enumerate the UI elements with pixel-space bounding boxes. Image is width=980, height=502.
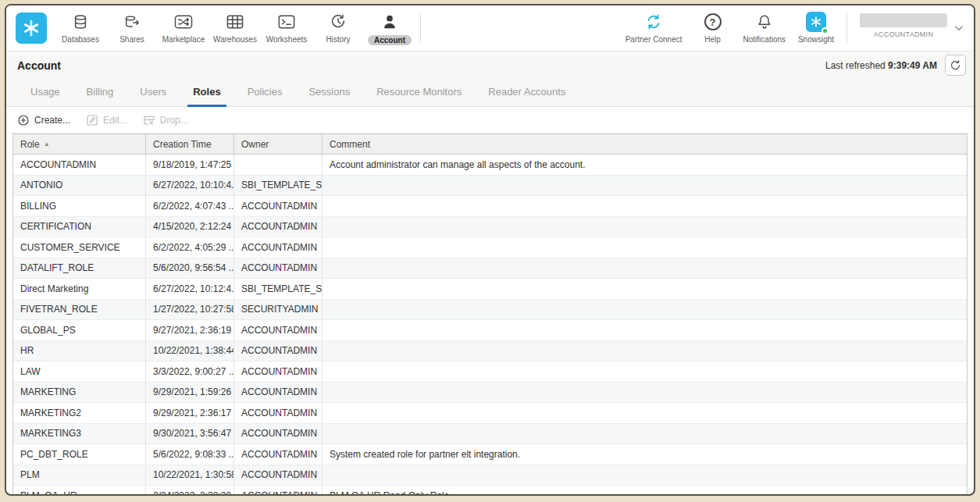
nav-item-databases[interactable]: Databases xyxy=(55,5,106,51)
nav-label: Partner Connect xyxy=(625,35,682,44)
tab-usage[interactable]: Usage xyxy=(17,86,73,106)
tab-resource-monitors[interactable]: Resource Monitors xyxy=(363,86,475,106)
nav-label: Help xyxy=(704,35,721,44)
table-row[interactable]: MARKETING2 9/29/2021, 2:36:17 ... ACCOUN… xyxy=(13,403,967,424)
nav-label: Warehouses xyxy=(213,35,257,44)
table-row[interactable]: FIVETRAN_ROLE 1/27/2022, 10:27:58... SEC… xyxy=(13,300,967,321)
cell-creation-time: 9/30/2021, 3:56:47 ... xyxy=(146,424,234,444)
nav-item-history[interactable]: History xyxy=(312,5,364,51)
cell-owner: ACCOUNTADMIN xyxy=(234,237,323,258)
column-header-comment[interactable]: Comment xyxy=(323,134,967,154)
tab-roles[interactable]: Roles xyxy=(180,86,233,106)
cell-role: PC_DBT_ROLE xyxy=(13,444,146,465)
last-refreshed-text: Last refreshed 9:39:49 AM xyxy=(825,60,937,71)
table-row[interactable]: ANTONIO 6/27/2022, 10:10:4... SBI_TEMPLA… xyxy=(13,176,967,197)
table-row[interactable]: GLOBAL_PS 9/27/2021, 2:36:19 ... ACCOUNT… xyxy=(13,320,967,341)
cell-role: ACCOUNTADMIN xyxy=(13,155,146,175)
table-row[interactable]: PLM_QA_HR 2/24/2022, 3:38:20... ACCOUNTA… xyxy=(13,486,967,494)
cell-comment xyxy=(323,279,967,299)
nav-item-worksheets[interactable]: Worksheets xyxy=(261,5,312,51)
column-label: Owner xyxy=(241,139,269,150)
table-row[interactable]: Direct Marketing 6/27/2022, 10:12:4... S… xyxy=(13,279,967,300)
cell-role: LAW xyxy=(13,361,146,382)
nav-item-notifications[interactable]: Notifications xyxy=(739,5,790,51)
refresh-area: Last refreshed 9:39:49 AM xyxy=(825,55,966,76)
nav-item-snowsight[interactable]: Snowsight xyxy=(790,5,842,51)
page-header: Account Last refreshed 9:39:49 AM xyxy=(6,51,974,79)
column-header-owner[interactable]: Owner xyxy=(234,134,323,154)
tab-policies[interactable]: Policies xyxy=(234,86,296,106)
cell-owner: ACCOUNTADMIN xyxy=(234,465,323,486)
cell-comment xyxy=(323,383,967,403)
table-row[interactable]: LAW 3/3/2022, 9:00:27 ... ACCOUNTADMIN xyxy=(13,361,967,383)
nav-item-shares[interactable]: Shares xyxy=(106,5,158,51)
tab-reader-accounts[interactable]: Reader Accounts xyxy=(475,86,579,106)
cell-comment xyxy=(323,300,967,320)
table-row[interactable]: BILLING 6/2/2022, 4:07:43 ... ACCOUNTADM… xyxy=(13,196,967,217)
tab-billing[interactable]: Billing xyxy=(73,86,127,106)
cell-owner: SBI_TEMPLATE_SN... xyxy=(234,176,323,196)
table-row[interactable]: PC_DBT_ROLE 5/6/2022, 9:08:33 ... ACCOUN… xyxy=(13,444,967,465)
cell-creation-time: 9/29/2021, 1:59:26 ... xyxy=(146,383,234,403)
cell-owner: ACCOUNTADMIN xyxy=(234,486,323,494)
nav-item-help[interactable]: ? Help xyxy=(687,5,739,51)
column-label: Role xyxy=(20,139,40,150)
cell-owner: ACCOUNTADMIN xyxy=(234,341,323,361)
create-button[interactable]: Create... xyxy=(17,114,70,126)
cell-owner xyxy=(234,155,323,175)
cell-comment xyxy=(323,320,967,340)
column-label: Comment xyxy=(330,139,370,150)
column-header-role[interactable]: Role ▲ xyxy=(13,134,146,154)
history-clock-icon xyxy=(330,12,347,32)
refresh-icon xyxy=(950,59,961,71)
nav-label: Account xyxy=(368,35,412,45)
cell-creation-time: 10/22/2021, 1:30:58... xyxy=(146,465,234,486)
roles-table: Role ▲ Creation Time Owner Comment ACCOU… xyxy=(12,134,968,494)
screenshot-frame: Databases Shares xyxy=(0,0,980,502)
cell-role: CERTIFICATION xyxy=(13,217,146,237)
table-row[interactable]: HR 10/22/2021, 1:38:44... ACCOUNTADMIN xyxy=(13,341,967,362)
cell-owner: ACCOUNTADMIN xyxy=(234,403,323,423)
pencil-icon xyxy=(86,114,98,126)
nav-item-account[interactable]: Account xyxy=(364,5,415,51)
cell-owner: SBI_TEMPLATE_SN... xyxy=(234,279,323,299)
roles-table-wrapper: Role ▲ Creation Time Owner Comment ACCOU… xyxy=(6,134,974,494)
tab-users[interactable]: Users xyxy=(127,86,180,106)
cell-creation-time: 9/27/2021, 2:36:19 ... xyxy=(146,320,234,340)
sort-ascending-icon: ▲ xyxy=(44,141,50,148)
drop-button[interactable]: Drop... xyxy=(143,114,188,126)
user-menu-toggle[interactable] xyxy=(950,5,974,51)
app-window: Databases Shares xyxy=(5,4,975,496)
cell-comment xyxy=(323,361,967,382)
table-row[interactable]: CUSTOMER_SERVICE 6/2/2022, 4:05:29 ... A… xyxy=(13,237,967,258)
edit-button[interactable]: Edit... xyxy=(86,114,127,126)
cell-role: DATALIFT_ROLE xyxy=(13,258,146,279)
cell-comment xyxy=(323,403,967,423)
nav-item-marketplace[interactable]: Marketplace xyxy=(158,5,209,51)
snowflake-icon xyxy=(22,19,41,37)
table-row[interactable]: ACCOUNTADMIN 9/18/2019, 1:47:25 ... Acco… xyxy=(13,155,967,176)
table-row[interactable]: MARKETING3 9/30/2021, 3:56:47 ... ACCOUN… xyxy=(13,424,967,445)
table-row[interactable]: DATALIFT_ROLE 5/6/2020, 9:56:54 ... ACCO… xyxy=(13,258,967,279)
nav-label: Worksheets xyxy=(266,35,308,44)
edit-label: Edit... xyxy=(103,115,127,126)
snowflake-logo[interactable] xyxy=(16,12,47,44)
nav-divider xyxy=(420,13,421,43)
nav-item-warehouses[interactable]: Warehouses xyxy=(209,5,261,51)
last-refreshed-time: 9:39:49 AM xyxy=(888,60,937,71)
table-row[interactable]: MARKETING 9/29/2021, 1:59:26 ... ACCOUNT… xyxy=(13,383,967,404)
table-row[interactable]: PLM 10/22/2021, 1:30:58... ACCOUNTADMIN xyxy=(13,465,967,486)
cell-comment xyxy=(323,424,967,444)
nav-item-partner-connect[interactable]: Partner Connect xyxy=(621,5,687,51)
cell-comment xyxy=(323,465,967,486)
cell-comment xyxy=(323,196,967,216)
user-menu[interactable]: ACCOUNTADMIN xyxy=(852,5,950,51)
cell-creation-time: 6/27/2022, 10:10:4... xyxy=(146,176,234,196)
tab-sessions[interactable]: Sessions xyxy=(295,86,363,106)
column-header-creation-time[interactable]: Creation Time xyxy=(146,134,234,154)
table-row[interactable]: CERTIFICATION 4/15/2020, 2:12:24 ... ACC… xyxy=(13,217,967,238)
cell-role: HR xyxy=(13,341,146,361)
refresh-button[interactable] xyxy=(945,55,966,76)
warehouses-icon xyxy=(226,12,244,32)
nav-label: Shares xyxy=(119,35,144,44)
